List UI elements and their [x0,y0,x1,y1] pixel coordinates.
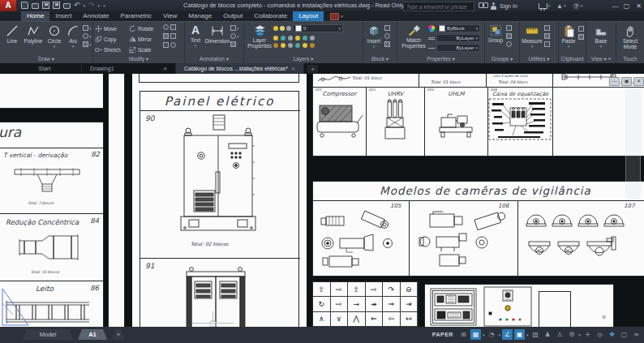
annotation-visibility-icon[interactable]: ♟ [542,329,552,340]
drawing-restore-icon[interactable]: ▣ [621,77,632,86]
navbar-wheel-icon[interactable]: ◔ [631,106,635,113]
layer-tool-icon[interactable] [288,36,293,41]
maximize-button[interactable]: ▢ [621,1,632,11]
layer-tool-icon[interactable] [303,36,307,41]
ungroup-icon[interactable] [506,25,512,31]
search-input[interactable] [404,4,481,10]
drawing-close-icon[interactable]: ✕ [633,77,644,86]
panel-label-block[interactable]: Block ▾ [363,55,397,63]
scale-button[interactable]: Scale [127,45,163,55]
panel-label-utilities[interactable]: Utilities ▾ [520,55,558,63]
annotation-autoscale-icon[interactable]: ♙ [554,329,565,340]
panel-label-annotation[interactable]: Annotation ▾ [185,55,243,63]
insert-block-button[interactable]: Insert▾ [363,22,384,49]
copy-button[interactable]: Copy [93,34,127,45]
edit-block-icon[interactable] [384,25,390,31]
tab-view[interactable]: View [157,11,182,21]
layer-tool-icon[interactable] [281,36,286,41]
layer-freeze-icon[interactable] [280,26,285,31]
layer-lock-icon[interactable] [286,26,291,31]
group-selection-icon[interactable] [506,41,512,47]
snap-mode-icon[interactable]: ▦ [470,329,481,340]
tab-output[interactable]: Output [217,11,248,21]
polyline-button[interactable]: Polyline [22,22,45,49]
drawing-canvas[interactable]: ura T vertical - derivação 82 Total: 7 b… [0,74,644,327]
file-tab-start[interactable]: Start [8,63,82,74]
close-tab-icon[interactable]: ✕ [163,66,167,71]
grid-display-icon[interactable]: ⊞ [458,329,469,340]
arc-button[interactable]: Arc▾ [64,22,82,49]
annotation-scale-icon[interactable]: ⚙ [566,329,577,340]
ribbon-display-toggle[interactable]: ▾ [330,11,343,21]
layer-tool-icon[interactable] [288,43,293,48]
explode-button[interactable] [163,42,176,48]
select-mode-button[interactable]: Select Mode [618,22,642,49]
hatch-button[interactable]: ▾ [83,41,92,47]
panel-label-layers[interactable]: Layers ▾ [244,55,363,63]
layer-on-icon[interactable] [273,26,278,31]
sign-in-button[interactable]: Sign In [500,1,517,11]
clean-screen-icon[interactable]: ▢ [619,329,629,340]
layout-tab-a1[interactable]: A1 [78,329,107,340]
fillet-button[interactable] [163,24,176,30]
layer-tool-icon[interactable] [273,43,278,48]
new-layout-button[interactable]: + [112,329,125,340]
close-button[interactable]: ✕ [633,1,644,11]
undo-dropdown-icon[interactable]: ▾ [84,3,86,8]
minimize-button[interactable]: — [610,1,620,11]
cut-icon[interactable] [578,34,584,40]
file-tab-drawing1[interactable]: Drawing1✕ [82,63,176,74]
layer-properties-button[interactable]: Layer Properties [246,22,273,49]
lineweight-dropdown[interactable]: ByLayer▾ [436,34,480,42]
table-button[interactable] [230,41,239,47]
text-button[interactable]: AText▾ [187,22,204,48]
navbar-zoom-icon[interactable]: ⌂ [631,134,635,140]
navbar-orbit-icon[interactable]: ↻ [630,148,636,154]
model-tab[interactable]: Model [23,329,73,340]
panel-label-properties[interactable]: Properties ▾ [397,55,484,63]
base-button[interactable]: Base▾ [590,22,612,49]
app-store-cart-icon[interactable]: ▾ [539,1,551,11]
linetype-dropdown[interactable]: ByLayer▾ [436,44,480,52]
isolate-objects-icon[interactable]: ◎ [595,329,605,340]
circle-button[interactable]: Circle▾ [45,22,64,49]
autocad-logo-icon[interactable]: A [0,0,16,11]
group-button[interactable]: Group [485,22,506,47]
layer-tool-icon[interactable] [281,43,286,48]
save-icon[interactable] [42,2,49,9]
layer-tool-icon[interactable] [295,43,300,48]
object-snap-icon[interactable]: ▣ [514,329,525,340]
object-color-dropdown[interactable]: ByBlock▾ [436,24,480,32]
file-tab-catalogo[interactable]: Catálogo de blocos ...stalações elétrica… [176,63,304,74]
tab-parametric[interactable]: Parametric [114,11,157,21]
navigation-bar[interactable]: ✕ ◔ ⊙ ⌂ ↻ [625,88,641,199]
plot-icon[interactable] [63,3,71,9]
space-indicator[interactable]: PAPER [432,332,453,337]
rectangle-button[interactable]: ▾ [83,25,92,31]
ellipse-button[interactable]: ▾ [83,33,92,39]
stretch-button[interactable]: Stretch [93,45,127,55]
customization-icon[interactable]: ≡ [631,329,642,340]
selection-cycling-icon[interactable]: ▧ [530,329,540,340]
rotate-button[interactable]: Rotate [127,24,163,34]
help-icon[interactable]: ?▾ [573,1,583,11]
drawing-minimize-icon[interactable]: — [609,77,620,86]
leader-button[interactable]: ▾ [230,25,239,31]
layer-dropdown[interactable]: 0▾ [293,24,343,32]
quick-select-icon[interactable] [544,25,550,31]
define-attributes-icon[interactable] [384,33,390,39]
panel-label-touch[interactable]: Touch [616,55,644,63]
block-editor-icon[interactable] [384,41,390,47]
polar-tracking-icon[interactable]: ◔ [486,329,496,340]
layer-tool-icon[interactable] [273,36,278,41]
paste-button[interactable]: Paste▾ [559,22,578,49]
panel-label-clipboard[interactable]: Clipboard [559,55,586,63]
quick-calc-icon[interactable] [544,33,550,39]
redo-icon[interactable]: ↷ [88,2,95,9]
layer-tool-icon[interactable] [310,43,315,48]
undo-icon[interactable]: ↶ [74,2,80,9]
dimension-button[interactable]: Dimension [204,22,230,48]
tab-collaborate[interactable]: Collaborate [248,11,293,21]
trim-button[interactable] [163,33,176,39]
navbar-close-icon[interactable]: ✕ [630,92,636,99]
